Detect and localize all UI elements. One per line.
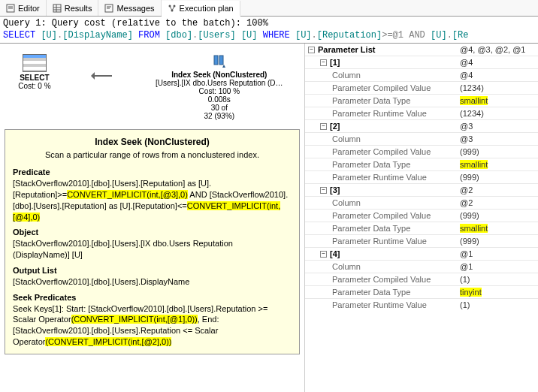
seek-rows2: 32 (93%)	[142, 112, 297, 120]
seek-title: Index Seek (NonClustered)	[142, 71, 297, 79]
highlight: CONVERT_IMPLICIT(int,[@3],0)	[67, 190, 188, 199]
collapse-icon[interactable]: −	[320, 251, 327, 258]
tab-label: Editor	[18, 4, 40, 13]
prop-param-group[interactable]: −[1]@4	[305, 56, 538, 68]
prop-param-group[interactable]: −[3]@2	[305, 183, 538, 196]
prop-value: @1	[460, 249, 535, 258]
prop-data-type[interactable]: Parameter Data Typesmallint	[305, 158, 538, 170]
prop-key-label: Parameter Data Type	[332, 224, 410, 233]
prop-data-type[interactable]: Parameter Data Typesmallint	[305, 94, 538, 107]
prop-value: (1234)	[460, 109, 535, 118]
prop-compiled-value[interactable]: Parameter Compiled Value(1234)	[305, 81, 538, 94]
prop-data-type[interactable]: Parameter Data Typesmallint	[305, 222, 538, 234]
select-icon	[23, 54, 47, 72]
prop-key-label: Parameter Runtime Value	[332, 300, 427, 309]
prop-key-label: [2]	[330, 122, 340, 131]
outputlist-label: Output List	[13, 265, 292, 276]
prop-value: (999)	[460, 211, 535, 220]
query-header-box: Query 1: Query cost (relative to the bat…	[0, 17, 538, 44]
prop-key-label: Parameter Data Type	[332, 288, 410, 297]
svg-rect-15	[214, 56, 218, 65]
prop-value: (999)	[460, 147, 535, 156]
select-label: SELECT	[8, 74, 62, 82]
prop-key-label: Parameter Data Type	[332, 160, 410, 169]
predicate-label: Predicate	[13, 167, 292, 178]
prop-data-type[interactable]: Parameter Data Typetinyint	[305, 285, 538, 298]
prop-key-label: Parameter Compiled Value	[332, 147, 431, 156]
grid-icon	[53, 4, 62, 13]
tooltip-desc: Scan a particular range of rows from a n…	[13, 149, 292, 161]
tooltip-title: Index Seek (NonClustered)	[13, 136, 292, 148]
prop-key-label: Parameter Compiled Value	[332, 83, 431, 92]
editor-icon	[6, 4, 15, 13]
plan-canvas[interactable]: SELECT Cost: 0 % Index Seek (NonClustere…	[0, 44, 304, 392]
seek-rows1: 30 of	[142, 104, 297, 112]
tab-execution-plan[interactable]: Execution plan	[162, 1, 240, 17]
prop-key-label: Parameter Runtime Value	[332, 237, 427, 246]
prop-column[interactable]: Column@1	[305, 260, 538, 273]
seek-cost: Cost: 100 %	[142, 87, 297, 95]
prop-compiled-value[interactable]: Parameter Compiled Value(999)	[305, 145, 538, 158]
prop-key-label: Parameter Compiled Value	[332, 275, 431, 284]
tab-results[interactable]: Results	[47, 0, 99, 16]
prop-value: smallint	[460, 96, 535, 105]
query-cost-line: Query 1: Query cost (relative to the bat…	[3, 18, 535, 30]
prop-value: @4	[460, 71, 535, 80]
predicate-text: [StackOverflow2010].[dbo].[Users].[Reput…	[13, 178, 292, 222]
seek-time: 0.008s	[142, 95, 297, 104]
select-cost: Cost: 0 %	[8, 82, 62, 90]
properties-panel[interactable]: −Parameter List @4, @3, @2, @1 −[1]@4Col…	[304, 44, 538, 392]
prop-value: (1)	[460, 300, 535, 309]
highlight: tinyint	[460, 288, 482, 297]
prop-key-label: Parameter Data Type	[332, 96, 410, 105]
prop-key-label: Column	[332, 198, 361, 207]
execution-plan-icon	[168, 4, 177, 13]
plan-node-select[interactable]: SELECT Cost: 0 %	[8, 54, 62, 90]
prop-runtime-value[interactable]: Parameter Runtime Value(1234)	[305, 107, 538, 119]
prop-key-label: Parameter Runtime Value	[332, 173, 427, 182]
object-text: [StackOverflow2010].[dbo].[Users].[IX db…	[13, 238, 292, 261]
highlight: smallint	[460, 96, 488, 105]
highlight: (CONVERT_IMPLICIT(int,[@1],0))	[71, 315, 198, 324]
object-label: Object	[13, 227, 292, 238]
prop-column[interactable]: Column@3	[305, 132, 538, 145]
collapse-icon[interactable]: −	[308, 47, 315, 53]
prop-key-label: [1]	[330, 58, 340, 67]
prop-param-group[interactable]: −[4]@1	[305, 247, 538, 260]
prop-key-label: Parameter Runtime Value	[332, 109, 427, 118]
prop-compiled-value[interactable]: Parameter Compiled Value(999)	[305, 209, 538, 222]
prop-column[interactable]: Column@2	[305, 196, 538, 209]
plan-node-index-seek[interactable]: Index Seek (NonClustered) [Users].[IX db…	[142, 54, 297, 120]
prop-runtime-value[interactable]: Parameter Runtime Value(999)	[305, 170, 538, 183]
tab-messages[interactable]: Messages	[98, 0, 161, 16]
prop-value: @1	[460, 262, 535, 271]
prop-runtime-value[interactable]: Parameter Runtime Value(1)	[305, 298, 538, 311]
seekpred-text: Seek Keys[1]: Start: [StackOverflow2010]…	[13, 303, 292, 348]
tab-label: Messages	[116, 4, 154, 13]
messages-icon	[104, 4, 113, 13]
query-sql-line: SELECT [U].[DisplayName] FROM [dbo].[Use…	[3, 30, 535, 42]
prop-value: @2	[460, 198, 535, 207]
collapse-icon[interactable]: −	[320, 187, 327, 194]
prop-value: smallint	[460, 160, 535, 169]
prop-parameter-list[interactable]: −Parameter List @4, @3, @2, @1	[305, 44, 538, 56]
plan-arrow	[92, 75, 112, 77]
prop-runtime-value[interactable]: Parameter Runtime Value(999)	[305, 234, 538, 247]
highlight: smallint	[460, 224, 488, 233]
tab-bar: Editor Results Messages Execution plan	[0, 0, 538, 17]
collapse-icon[interactable]: −	[320, 123, 327, 130]
seekpred-label: Seek Predicates	[13, 292, 292, 303]
plan-graph: SELECT Cost: 0 % Index Seek (NonClustere…	[8, 54, 297, 120]
prop-key-label: Parameter Compiled Value	[332, 211, 431, 220]
collapse-icon[interactable]: −	[320, 59, 327, 66]
highlight: smallint	[460, 160, 488, 169]
prop-value: (1234)	[460, 83, 535, 92]
index-seek-icon	[212, 54, 227, 69]
prop-value: tinyint	[460, 288, 535, 297]
prop-param-group[interactable]: −[2]@3	[305, 119, 538, 132]
prop-compiled-value[interactable]: Parameter Compiled Value(1)	[305, 273, 538, 285]
tab-label: Results	[65, 4, 92, 13]
prop-column[interactable]: Column@4	[305, 68, 538, 81]
tab-editor[interactable]: Editor	[0, 0, 47, 16]
outputlist-text: [StackOverflow2010].[dbo].[Users].Displa…	[13, 276, 292, 288]
